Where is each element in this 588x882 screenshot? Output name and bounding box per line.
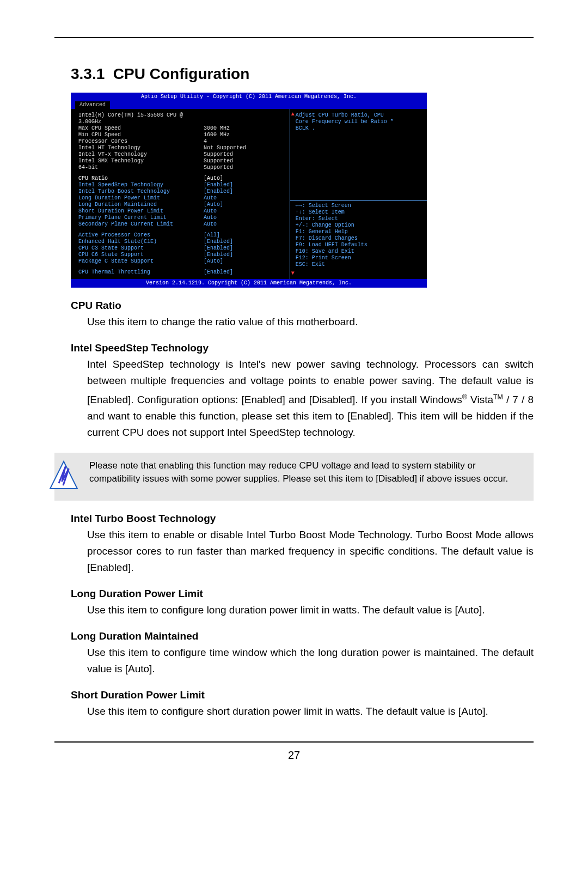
bios-help-line: Core Frequency will be Ratio * [296, 119, 424, 125]
bios-info-key: Intel VT-x Technology [78, 151, 204, 158]
bios-option-val: [Enabled] [204, 252, 287, 258]
item-body: Use this item to configure long duration… [87, 602, 534, 618]
bios-info-row: Min CPU Speed1600 MHz [78, 132, 287, 138]
bios-option-val: [All] [204, 232, 287, 239]
bios-key-line: F10: Save and Exit [296, 248, 424, 255]
bios-option-key: Intel SpeedStep Technology [78, 182, 204, 188]
bios-option-val: [Enabled] [204, 239, 287, 245]
bios-option-row: Long Duration Power LimitAuto [78, 195, 287, 202]
bios-help-text: Adjust CPU Turbo Ratio, CPUCore Frequenc… [296, 112, 424, 132]
bios-tab-advanced: Advanced [75, 101, 110, 109]
bios-option-key: Secondary Plane Current Limit [78, 221, 204, 228]
bios-title: Aptio Setup Utility - Copyright (C) 2011… [71, 93, 427, 101]
bios-key-line: F7: Discard Changes [296, 235, 424, 242]
bios-option-key: CPU Thermal Throttling [78, 269, 204, 276]
scroll-up-icon: ▲ [291, 111, 295, 118]
bios-info-key: Intel HT Technology [78, 145, 204, 151]
item-title: Intel Turbo Boost Technology [71, 513, 534, 525]
bios-option-val: [Enabled] [204, 188, 287, 195]
note-box: Please note that enabling this function … [54, 453, 534, 501]
bios-option-val: [Enabled] [204, 245, 287, 252]
bios-option-key: Long Duration Power Limit [78, 195, 204, 202]
bios-option-row: Secondary Plane Current LimitAuto [78, 221, 287, 228]
bios-option-row: Package C State Support[Auto] [78, 258, 287, 265]
bios-key-line: ←→: Select Screen [296, 203, 424, 209]
bios-info-row: Max CPU Speed3000 MHz [78, 125, 287, 132]
bios-info-key: 64-bit [78, 165, 204, 171]
bios-info-row: Intel SMX TechnologySupported [78, 158, 287, 165]
bios-option-row: CPU C3 State Support[Enabled] [78, 245, 287, 252]
bios-info-val: 1600 MHz [204, 132, 287, 138]
item-body: Use this item to enable or disable Intel… [87, 527, 534, 576]
section-name: CPU Configuration [113, 65, 249, 82]
warning-icon [54, 459, 89, 494]
item-body: Use this item to configure time window w… [87, 644, 534, 677]
section-number: 3.3.1 [71, 65, 105, 82]
note-text: Please note that enabling this function … [89, 459, 525, 485]
bios-info-val: Supported [204, 158, 287, 165]
bios-info-val: Supported [204, 165, 287, 171]
bios-option-row: Intel Turbo Boost Technology[Enabled] [78, 188, 287, 195]
description-block-2: Intel Turbo Boost TechnologyUse this ite… [54, 513, 534, 720]
bios-screenshot: Aptio Setup Utility - Copyright (C) 2011… [71, 93, 427, 288]
bios-key-line: ESC: Exit [296, 261, 424, 268]
bios-info-key: Processor Cores [78, 138, 204, 145]
item-title: Intel SpeedStep Technology [71, 342, 534, 354]
bios-option-key: Long Duration Maintained [78, 202, 204, 208]
bios-options-2: Active Processor Cores[All]Enhanced Halt… [78, 232, 287, 265]
bios-help-line: Adjust CPU Turbo Ratio, CPU [296, 112, 424, 119]
bios-option-row: Long Duration Maintained[Auto] [78, 202, 287, 208]
bios-key-line: F1: General Help [296, 229, 424, 235]
bios-right-pane: ▲ Adjust CPU Turbo Ratio, CPUCore Freque… [290, 109, 427, 279]
bios-option-val: [Enabled] [204, 269, 287, 276]
bios-option-row: CPU Ratio[Auto] [78, 175, 287, 182]
bios-info-row: Processor Cores4 [78, 138, 287, 145]
bios-key-line: Enter: Select [296, 216, 424, 222]
bios-option-row: CPU C6 State Support[Enabled] [78, 252, 287, 258]
bios-info-val: 3000 MHz [204, 125, 287, 132]
bios-option-row: Intel SpeedStep Technology[Enabled] [78, 182, 287, 188]
bios-help-line: BCLK . [296, 125, 424, 132]
bios-info-val: 4 [204, 138, 287, 145]
bios-option-val: Auto [204, 208, 287, 215]
bios-option-row: Primary Plane Current LimitAuto [78, 215, 287, 221]
bios-option-key: CPU Ratio [78, 175, 204, 182]
bottom-rule [54, 741, 534, 743]
bios-key-line: F12: Print Screen [296, 255, 424, 261]
item-body: Intel SpeedStep technology is Intel's ne… [87, 356, 534, 441]
item-body: Use this item to configure short duratio… [87, 703, 534, 720]
bios-option-key: Package C State Support [78, 258, 204, 265]
bios-key-help: ←→: Select Screen↑↓: Select ItemEnter: S… [296, 203, 424, 268]
bios-info-val: Not Supported [204, 145, 287, 151]
section-title: 3.3.1 CPU Configuration [71, 65, 534, 83]
bios-option-row: Active Processor Cores[All] [78, 232, 287, 239]
bios-option-val: Auto [204, 215, 287, 221]
bios-info-key: Min CPU Speed [78, 132, 204, 138]
bios-option-row: CPU Thermal Throttling[Enabled] [78, 269, 287, 276]
bios-option-val: Auto [204, 221, 287, 228]
bios-option-val: [Auto] [204, 175, 287, 182]
bios-option-key: Enhanced Halt State(C1E) [78, 239, 204, 245]
bios-option-val: [Auto] [204, 202, 287, 208]
bios-info-row: 64-bitSupported [78, 165, 287, 171]
bios-info-key: Max CPU Speed [78, 125, 204, 132]
bios-options-3: CPU Thermal Throttling[Enabled] [78, 269, 287, 276]
bios-option-key: Primary Plane Current Limit [78, 215, 204, 221]
bios-option-key: Short Duration Power Limit [78, 208, 204, 215]
page-number: 27 [54, 749, 534, 762]
bios-option-row: Enhanced Halt State(C1E)[Enabled] [78, 239, 287, 245]
description-block-1: CPU RatioUse this item to change the rat… [54, 300, 534, 441]
bios-option-key: CPU C6 State Support [78, 252, 204, 258]
bios-option-val: Auto [204, 195, 287, 202]
item-title: Long Duration Power Limit [71, 588, 534, 600]
bios-footer: Version 2.14.1219. Copyright (C) 2011 Am… [71, 279, 427, 288]
item-title: Long Duration Maintained [71, 630, 534, 642]
scroll-down-icon: ▼ [291, 270, 295, 277]
bios-info-val: Supported [204, 151, 287, 158]
bios-body: Intel(R) Core(TM) i5-3550S CPU @ 3.00GHz… [71, 109, 427, 279]
bios-info-row: Intel VT-x TechnologySupported [78, 151, 287, 158]
bios-key-line: +/-: Change Option [296, 222, 424, 229]
page: 3.3.1 CPU Configuration Aptio Setup Util… [0, 0, 588, 882]
bios-option-key: CPU C3 State Support [78, 245, 204, 252]
bios-info: Intel(R) Core(TM) i5-3550S CPU @ 3.00GHz… [78, 112, 287, 171]
